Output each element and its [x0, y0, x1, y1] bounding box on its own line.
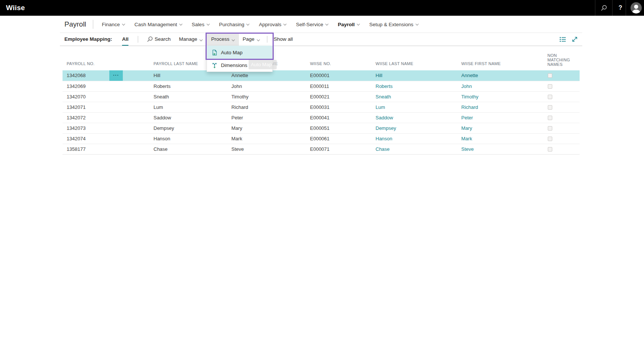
- dimensions-icon: [212, 62, 218, 68]
- non-matching-names-checkbox: [548, 84, 552, 89]
- table-row[interactable]: 1342071LumRichardE000031LumRichard: [63, 102, 580, 112]
- payroll-first-name-cell: Mark: [231, 134, 242, 144]
- nav-item-self-service[interactable]: Self-Service: [296, 22, 328, 27]
- table-row[interactable]: 1342073DempseyMaryE000051DempseyMary: [63, 123, 580, 133]
- non-matching-names-checkbox: [548, 116, 552, 120]
- page-menu-button[interactable]: Page: [238, 33, 264, 46]
- payroll-first-name-cell: John: [231, 81, 242, 92]
- nav-item-setup-extensions[interactable]: Setup & Extensions: [369, 22, 418, 27]
- chevron-down-icon: [246, 22, 249, 25]
- list-view-icon[interactable]: [559, 36, 566, 43]
- search-button[interactable]: Search: [155, 33, 171, 46]
- non-matching-names-checkbox: [548, 126, 552, 131]
- nav-item-payroll[interactable]: Payroll: [338, 22, 359, 27]
- payroll-first-name-cell: Steve: [231, 144, 244, 155]
- wiise-last-name-cell[interactable]: Dempsey: [376, 123, 396, 134]
- column-header-non-matching-names[interactable]: NON MATCHING NAMES: [547, 53, 572, 67]
- payroll-no-cell: 1342071: [67, 102, 86, 113]
- column-header-wiise-no[interactable]: WIISE NO.: [310, 61, 331, 66]
- chevron-down-icon: [200, 38, 203, 41]
- global-search-button[interactable]: [595, 0, 612, 16]
- table-row[interactable]: 1358177ChaseSteveE000071ChaseSteve: [63, 144, 580, 154]
- payroll-last-name-cell: Chase: [154, 144, 168, 155]
- column-header-wiise-first-name[interactable]: WIISE FIRST NAME: [461, 61, 501, 66]
- table-row[interactable]: 1342068HillAnnetteE000001HillAnnette···: [63, 70, 580, 81]
- payroll-first-name-cell: Peter: [231, 113, 243, 123]
- account-button[interactable]: [628, 0, 644, 16]
- wiise-last-name-cell[interactable]: Hill: [376, 70, 382, 81]
- help-icon: ?: [619, 4, 622, 11]
- auto-map-tooltip: Auto Map: [249, 60, 277, 69]
- wiise-first-name-cell[interactable]: Steve: [461, 144, 474, 155]
- payroll-last-name-cell: Dempsey: [154, 123, 174, 134]
- table-row[interactable]: 1342072SaddowPeterE000041SaddowPeter: [63, 112, 580, 123]
- wiise-no-cell: E000021: [310, 92, 329, 102]
- wiise-last-name-cell[interactable]: Roberts: [376, 81, 393, 92]
- chevron-down-icon: [179, 22, 182, 25]
- table-row[interactable]: 1342069RobertsJohnE000011RobertsJohn: [63, 81, 580, 91]
- non-matching-names-checkbox: [548, 73, 552, 78]
- wiise-first-name-cell[interactable]: Mary: [461, 123, 472, 134]
- action-bar: Employee Mapping: All Search Manage Proc…: [0, 33, 644, 46]
- wiise-last-name-cell[interactable]: Lum: [376, 102, 385, 113]
- payroll-no-cell: 1342070: [67, 92, 86, 102]
- list-caption: Employee Mapping:: [64, 33, 112, 46]
- page-title: Payroll: [64, 16, 86, 33]
- process-menu-button[interactable]: Process: [207, 33, 239, 46]
- navigation-bar: Payroll Finance Cash Management Sales Pu…: [0, 16, 644, 33]
- payroll-last-name-cell: Saddow: [154, 113, 171, 123]
- show-all-button[interactable]: Show all: [274, 33, 293, 46]
- help-button[interactable]: ?: [612, 0, 629, 16]
- wiise-logo[interactable]: Wiise: [6, 0, 25, 16]
- wiise-no-cell: E000041: [310, 113, 329, 123]
- search-icon: [601, 5, 607, 11]
- wiise-no-cell: E000001: [310, 70, 329, 81]
- payroll-last-name-cell: Hill: [154, 70, 160, 81]
- action-divider: [138, 36, 138, 43]
- menu-item-auto-map[interactable]: Auto Map: [207, 46, 272, 59]
- nav-item-approvals[interactable]: Approvals: [259, 22, 286, 27]
- nav-item-purchasing[interactable]: Purchasing: [219, 22, 249, 27]
- table-row[interactable]: 1342070SneathTimothyE000021SneathTimothy: [63, 91, 580, 102]
- wiise-last-name-cell[interactable]: Saddow: [376, 113, 393, 123]
- wiise-first-name-cell[interactable]: Richard: [461, 102, 478, 113]
- action-divider: [267, 36, 267, 43]
- wiise-last-name-cell[interactable]: Chase: [376, 144, 390, 155]
- payroll-first-name-cell: Annette: [231, 70, 248, 81]
- payroll-last-name-cell: Lum: [154, 102, 163, 113]
- column-header-payroll-no[interactable]: PAYROLL NO.: [67, 61, 95, 66]
- payroll-last-name-cell: Sneath: [154, 92, 169, 102]
- non-matching-names-checkbox: [548, 137, 552, 141]
- column-header-payroll-last-name[interactable]: PAYROLL LAST NAME: [154, 61, 198, 66]
- nav-item-sales[interactable]: Sales: [192, 22, 209, 27]
- chevron-down-icon: [232, 38, 235, 41]
- wiise-first-name-cell[interactable]: John: [461, 81, 472, 92]
- wiise-first-name-cell[interactable]: Annette: [461, 70, 478, 81]
- non-matching-names-checkbox: [548, 105, 552, 110]
- table-rows: 1342068HillAnnetteE000001HillAnnette···1…: [63, 70, 580, 154]
- top-app-bar: Wiise ?: [0, 0, 644, 16]
- wiise-no-cell: E000011: [310, 81, 329, 92]
- non-matching-names-checkbox: [548, 95, 552, 99]
- table-row[interactable]: 1342074HansonMarkE000061HansonMark: [63, 133, 580, 144]
- wiise-no-cell: E000061: [310, 134, 329, 144]
- wiise-last-name-cell[interactable]: Sneath: [376, 92, 391, 102]
- wiise-first-name-cell[interactable]: Mark: [461, 134, 472, 144]
- non-matching-names-checkbox: [548, 147, 552, 152]
- user-avatar: [631, 2, 642, 13]
- nav-item-finance[interactable]: Finance: [102, 22, 125, 27]
- wiise-last-name-cell[interactable]: Hanson: [376, 134, 392, 144]
- payroll-no-cell: 1342073: [67, 123, 86, 134]
- wiise-no-cell: E000031: [310, 102, 329, 113]
- nav-item-cash-management[interactable]: Cash Management: [134, 22, 182, 27]
- row-options-button[interactable]: ···: [109, 70, 123, 81]
- filter-all-link[interactable]: All: [122, 34, 128, 46]
- expand-fullscreen-icon[interactable]: [571, 36, 578, 43]
- payroll-first-name-cell: Mary: [231, 123, 242, 134]
- payroll-no-cell: 1342068: [67, 70, 86, 81]
- manage-menu-button[interactable]: Manage: [179, 33, 202, 46]
- column-header-wiise-last-name[interactable]: WIISE LAST NAME: [376, 61, 413, 66]
- payroll-no-cell: 1358177: [67, 144, 86, 155]
- wiise-first-name-cell[interactable]: Peter: [461, 113, 473, 123]
- wiise-first-name-cell[interactable]: Timothy: [461, 92, 479, 102]
